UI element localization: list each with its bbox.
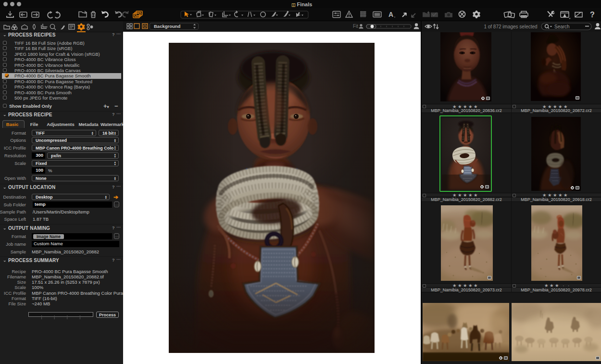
- svg-text:Search: Search: [554, 24, 570, 29]
- svg-text:Background: Background: [154, 24, 181, 29]
- svg-text:1 of 872 images selected: 1 of 872 images selected: [484, 24, 537, 29]
- svg-text:A: A: [388, 11, 393, 18]
- svg-text:Fit: Fit: [353, 24, 358, 29]
- svg-text:?: ?: [590, 11, 595, 19]
